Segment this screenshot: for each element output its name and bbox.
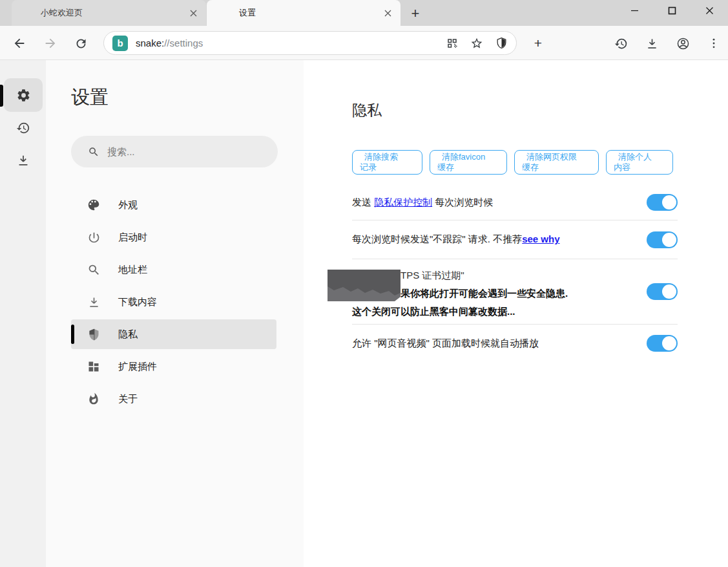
toggle-switch[interactable]	[647, 335, 678, 352]
toggle-knob	[662, 233, 676, 247]
rail-history-icon[interactable]	[10, 115, 36, 141]
sidebar-item-addressbar[interactable]: 地址栏	[46, 253, 304, 286]
reload-button[interactable]	[72, 34, 90, 52]
clear-site-permissions-button[interactable]: 清除网页权限 缓存	[514, 150, 599, 175]
qr-code-icon[interactable]	[442, 34, 462, 53]
tab-welcome[interactable]: 小蛇欢迎页	[12, 0, 206, 26]
rail-settings-gear-icon[interactable]	[10, 82, 36, 108]
sidebar-item-label: 启动时	[118, 231, 147, 244]
toolbar-right-group	[599, 34, 723, 52]
setting-row-https-certificate: TPS 证书过期" 果你将此打开可能会遇到一些安全隐患. 这个关闭可以防止黑客中…	[352, 259, 678, 325]
label-line: TPS 证书过期"	[400, 266, 647, 284]
toggle-knob	[662, 336, 676, 350]
setting-label: 允许 "网页音视频" 页面加载时候就自动播放	[352, 337, 647, 350]
back-button[interactable]	[10, 34, 28, 52]
setting-label: 发送 隐私保护控制 每次浏览时候	[352, 197, 647, 209]
sidebar-item-extensions[interactable]: 扩展插件	[46, 350, 304, 383]
url-text: snake://settings	[136, 37, 442, 48]
see-why-link[interactable]: see why	[522, 233, 559, 244]
label-line: 果你将此打开可能会遇到一些安全隐患.	[400, 284, 647, 303]
clear-favicon-cache-button[interactable]: 清除favicon 缓存	[430, 150, 507, 175]
settings-nav-list: 外观 启动时 地址栏 下载内容	[46, 189, 304, 415]
toggle-knob	[662, 195, 676, 209]
download-icon	[86, 294, 101, 310]
toolbar-add-button[interactable]: +	[529, 34, 547, 52]
page-title: 隐私	[352, 100, 382, 120]
button-line: 清除favicon	[437, 152, 506, 162]
power-icon	[86, 230, 101, 245]
tab-title: 设置	[207, 7, 380, 19]
button-line: 清除搜索	[360, 152, 422, 162]
settings-search[interactable]	[71, 136, 278, 167]
downloads-icon[interactable]	[643, 34, 661, 52]
window-controls	[616, 0, 728, 21]
close-window-button[interactable]	[691, 0, 728, 21]
label-line: 这个关闭可以防止黑客中间篡改数据...	[352, 303, 647, 321]
settings-title: 设置	[71, 85, 109, 111]
setting-row-autoplay: 允许 "网页音视频" 页面加载时候就自动播放	[352, 325, 678, 362]
tab-title: 小蛇欢迎页	[12, 7, 185, 19]
privacy-settings-panel: 隐私 清除搜索 记录 清除favicon 缓存 清除网页权限 缓存 清除个人 内…	[304, 60, 728, 567]
new-tab-button[interactable]: +	[407, 5, 424, 22]
button-line: 缓存	[437, 162, 454, 172]
label-text: 发送	[352, 197, 374, 208]
sidebar-item-privacy[interactable]: 隐私	[71, 319, 276, 349]
sidebar-item-downloads[interactable]: 下载内容	[46, 286, 304, 318]
sidebar-item-label: 扩展插件	[118, 361, 157, 373]
toggle-switch[interactable]	[647, 231, 678, 248]
sidebar-item-appearance[interactable]: 外观	[46, 189, 304, 221]
toggle-knob	[662, 284, 676, 299]
clear-buttons-row: 清除搜索 记录 清除favicon 缓存 清除网页权限 缓存 清除个人 内容	[352, 150, 673, 175]
setting-row-do-not-track: 每次浏览时候发送"不跟踪" 请求. 不推荐see why	[352, 220, 678, 259]
button-line: 清除个人	[614, 152, 672, 162]
privacy-control-link[interactable]: 隐私保护控制	[374, 197, 432, 208]
side-rail	[0, 60, 46, 567]
button-line: 记录	[360, 162, 377, 172]
toggle-switch[interactable]	[647, 283, 678, 300]
button-line: 内容	[614, 162, 630, 172]
shield-icon	[86, 326, 101, 342]
bookmark-star-icon[interactable]	[467, 34, 486, 53]
palette-icon	[86, 197, 101, 213]
settings-rows: 发送 隐私保护控制 每次浏览时候 每次浏览时候发送"不跟踪" 请求. 不推荐se…	[352, 185, 678, 362]
menu-dots-icon[interactable]	[705, 34, 723, 52]
settings-sidebar: 设置 外观 启动时 地址栏	[46, 60, 304, 567]
flame-icon	[86, 391, 101, 407]
extensions-icon	[86, 359, 101, 374]
rail-downloads-icon[interactable]	[10, 147, 36, 173]
minimize-button[interactable]	[616, 0, 653, 21]
sidebar-item-label: 地址栏	[118, 264, 147, 276]
toggle-switch[interactable]	[647, 194, 678, 211]
tab-settings[interactable]: 设置	[207, 0, 400, 26]
clear-search-history-button[interactable]: 清除搜索 记录	[352, 150, 422, 175]
tab-bar: 小蛇欢迎页 设置 +	[0, 0, 728, 26]
sidebar-item-label: 关于	[118, 393, 138, 405]
maximize-button[interactable]	[653, 0, 691, 21]
url-scheme: snake:	[136, 37, 164, 48]
search-input[interactable]	[107, 146, 256, 157]
button-line: 缓存	[522, 162, 539, 172]
sidebar-item-about[interactable]: 关于	[46, 383, 304, 415]
address-bar[interactable]: b snake://settings	[103, 31, 517, 55]
close-tab-icon[interactable]	[185, 5, 201, 21]
button-line: 清除网页权限	[522, 152, 598, 162]
sidebar-item-startup[interactable]: 启动时	[46, 221, 304, 253]
close-tab-icon[interactable]	[380, 5, 395, 21]
profile-icon[interactable]	[674, 34, 692, 52]
url-path: //settings	[164, 37, 203, 48]
sidebar-item-label: 隐私	[118, 328, 138, 341]
label-text: 每次浏览时候发送"不跟踪" 请求. 不推荐	[352, 233, 522, 244]
setting-row-privacy-control: 发送 隐私保护控制 每次浏览时候	[352, 185, 678, 220]
privacy-shield-icon[interactable]	[492, 34, 511, 53]
sidebar-item-label: 外观	[118, 199, 138, 211]
forward-button[interactable]	[41, 34, 59, 52]
setting-label: 每次浏览时候发送"不跟踪" 请求. 不推荐see why	[352, 233, 647, 246]
clear-personal-content-button[interactable]: 清除个人 内容	[606, 150, 673, 175]
search-icon	[88, 146, 99, 158]
selected-indicator	[71, 325, 74, 344]
label-text: 每次浏览时候	[432, 197, 493, 208]
rail-active-indicator	[0, 85, 3, 107]
history-icon[interactable]	[612, 34, 630, 52]
site-favicon: b	[112, 36, 128, 51]
setting-label: TPS 证书过期" 果你将此打开可能会遇到一些安全隐患. 这个关闭可以防止黑客中…	[352, 262, 647, 321]
